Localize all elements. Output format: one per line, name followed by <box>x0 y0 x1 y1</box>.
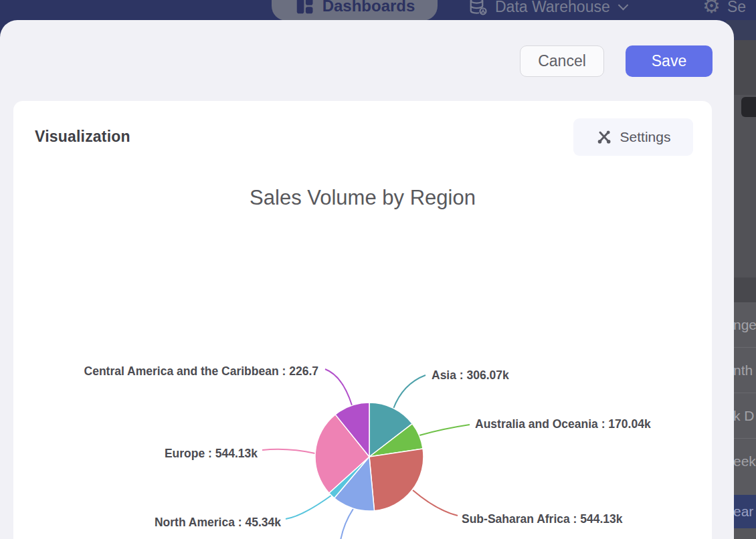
label-leader-line <box>341 509 353 539</box>
list-item-fragment: eek <box>733 453 756 469</box>
save-button[interactable]: Save <box>626 45 713 77</box>
list-item-fragment: nth <box>733 362 753 379</box>
nav-settings[interactable]: ⚙︎ Se <box>702 0 746 17</box>
chevron-down-icon <box>618 0 628 10</box>
label-leader-line <box>419 425 470 435</box>
app-header: Dashboards Data Warehouse ⚙︎ Se <box>0 0 756 20</box>
visualization-card: Visualization Settings Sales Volume by R… <box>13 101 712 539</box>
pie-label-europe: Europe : 544.13k <box>165 447 258 460</box>
pie-label-asia: Asia : 306.07k <box>432 368 509 382</box>
label-leader-line <box>286 496 331 519</box>
pie-chart: Sales Volume by Region Asia : 306.07k Au… <box>13 101 712 539</box>
database-icon <box>468 0 488 17</box>
chart-title: Sales Volume by Region <box>250 186 476 209</box>
pie-label-australia-and-oceania: Australia and Oceania : 170.04k <box>475 417 651 431</box>
nav-data-warehouse-label: Data Warehouse <box>495 0 610 16</box>
label-leader-line <box>262 449 315 453</box>
cancel-button[interactable]: Cancel <box>520 45 604 77</box>
nav-data-warehouse[interactable]: Data Warehouse <box>468 0 627 17</box>
list-item-fragment: k D <box>733 408 755 424</box>
label-leader-line <box>325 369 352 405</box>
pie-label-north-america: North America : 45.34k <box>155 516 281 529</box>
label-leader-line <box>393 375 426 409</box>
gear-icon: ⚙︎ <box>702 0 721 16</box>
label-leader-line <box>413 490 458 516</box>
pie-slices-group <box>315 403 423 511</box>
modal-actions: Cancel Save <box>520 45 713 77</box>
nav-settings-label: Se <box>727 0 746 16</box>
visualization-modal: Cancel Save Visualization Settings Sales… <box>0 20 734 539</box>
tab-dashboards-label: Dashboards <box>322 0 415 15</box>
background-button-fragment <box>741 97 756 117</box>
pie-label-sub-saharan-africa: Sub-Saharan Africa : 544.13k <box>462 512 623 526</box>
tab-dashboards[interactable]: Dashboards <box>272 0 438 21</box>
pie-label-central-america-and-the-caribbean: Central America and the Caribbean : 226.… <box>84 364 318 378</box>
list-item-fragment: nge <box>733 317 756 333</box>
pie-slice-sub-saharan-africa[interactable] <box>369 449 423 511</box>
list-item-fragment: ear <box>733 504 753 520</box>
dashboard-icon <box>294 0 314 16</box>
